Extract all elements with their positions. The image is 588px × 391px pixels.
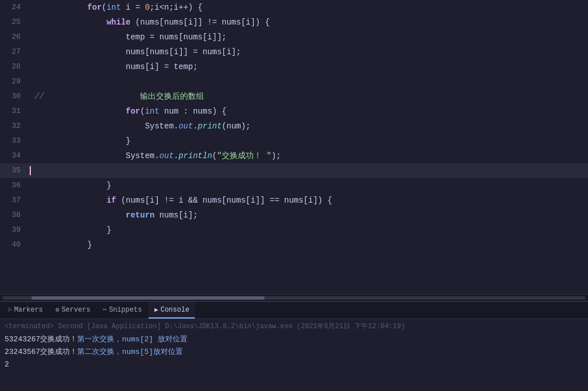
line-content: for(int i = 0;i<n;i++) { [27, 0, 203, 15]
code-token: nums[nums[i]] = nums[i]; [30, 47, 241, 57]
tab-label: Snippets [109, 306, 142, 314]
line-content: nums[nums[i]] = nums[i]; [27, 45, 241, 59]
code-token: out [178, 122, 193, 131]
code-token: nums[i]; [154, 211, 198, 220]
code-token: for [126, 107, 140, 116]
line-number: 25 [0, 15, 27, 30]
line-number: 36 [0, 178, 27, 193]
console-line-0: 53243267交换成功！ 第一次交换，nums[2] 放对位置 [5, 333, 583, 346]
line-number: 29 [0, 74, 27, 89]
code-token: } [30, 181, 111, 190]
code-token: . [193, 122, 198, 131]
console-text: 23243567交换成功！ [5, 346, 77, 358]
code-token: System. [30, 151, 159, 160]
code-token: "交换成功！ " [217, 151, 271, 160]
tab-icon: ✂ [103, 306, 107, 313]
scrollbar-area[interactable] [0, 294, 588, 301]
code-token: temp = nums[nums[i]]; [30, 33, 226, 42]
console-output: <terminated> Second [Java Application] D… [0, 319, 588, 391]
code-line-39: 39 } [0, 223, 588, 237]
editor-area: 24 for(int i = 0;i<n;i++) {25 while (num… [0, 0, 588, 294]
code-line-35: 35 [0, 163, 588, 178]
code-line-25: 25 while (nums[nums[i]] != nums[i]) { [0, 15, 588, 30]
console-text: 2 [5, 358, 9, 371]
line-content: // 输出交换后的数组 [27, 89, 204, 104]
code-line-38: 38 return nums[i]; [0, 208, 588, 223]
console-line-2: 2 [5, 358, 583, 371]
line-number: 38 [0, 208, 27, 223]
code-line-32: 32 System.out.print(num); [0, 119, 588, 134]
console-link[interactable]: 第二次交换，nums[5]放对位置 [77, 346, 183, 358]
code-token: if [106, 196, 116, 205]
code-token: // [30, 92, 44, 101]
code-token: num : nums) { [159, 107, 227, 116]
code-token: (num); [222, 122, 250, 131]
code-token: while [106, 18, 130, 27]
console-text: 53243267交换成功！ [5, 333, 77, 346]
code-token: return [126, 211, 154, 220]
code-container: 24 for(int i = 0;i<n;i++) {25 while (num… [0, 0, 588, 294]
code-token: (nums[i] != i && nums[nums[i]] == nums[i… [116, 196, 332, 205]
code-token: } [30, 225, 111, 235]
code-token: println [178, 151, 212, 160]
line-content: while (nums[nums[i]] != nums[i]) { [27, 15, 270, 30]
code-token: int [145, 107, 159, 116]
code-line-40: 40 } [0, 237, 588, 252]
code-token: print [198, 122, 222, 131]
bottom-panel: ⚐Markers⚙Servers✂Snippets▶Console <termi… [0, 301, 588, 391]
code-line-36: 36 } [0, 178, 588, 193]
console-link[interactable]: 第一次交换，nums[2] 放对位置 [77, 333, 187, 346]
code-token: i = [121, 3, 145, 12]
code-line-31: 31 for(int num : nums) { [0, 104, 588, 119]
line-number: 27 [0, 45, 27, 59]
code-line-30: 30 // 输出交换后的数组 [0, 89, 588, 104]
tab-icon: ⚐ [8, 306, 12, 313]
tab-snippets[interactable]: ✂Snippets [97, 302, 147, 319]
tab-label: Servers [62, 306, 90, 314]
tab-markers[interactable]: ⚐Markers [2, 302, 49, 319]
line-content: if (nums[i] != i && nums[nums[i]] == num… [27, 193, 332, 208]
line-number: 35 [0, 163, 27, 178]
line-content [27, 163, 31, 178]
code-line-28: 28 nums[i] = temp; [0, 59, 588, 74]
code-token [30, 107, 126, 116]
line-number: 30 [0, 89, 27, 104]
line-content: temp = nums[nums[i]]; [27, 30, 226, 45]
panel-tabs: ⚐Markers⚙Servers✂Snippets▶Console [0, 302, 588, 319]
code-line-34: 34 System.out.println("交换成功！ "); [0, 148, 588, 163]
code-token [30, 18, 106, 27]
code-token: nums[i] = temp; [30, 62, 198, 71]
code-token: } [30, 136, 130, 146]
console-line-1: 23243567交换成功！ 第二次交换，nums[5]放对位置 [5, 346, 583, 358]
tab-icon: ⚙ [55, 306, 59, 313]
code-token: int [106, 3, 121, 12]
line-number: 31 [0, 104, 27, 119]
code-token: ( [212, 151, 217, 160]
line-number: 37 [0, 193, 27, 208]
code-token: 0 [145, 3, 150, 12]
line-number: 34 [0, 148, 27, 163]
line-number: 32 [0, 119, 27, 134]
code-token [30, 3, 87, 12]
tab-icon: ▶ [154, 306, 158, 313]
scrollbar-thumb [31, 296, 265, 300]
line-number: 24 [0, 0, 27, 15]
tab-servers[interactable]: ⚙Servers [50, 302, 96, 319]
line-number: 40 [0, 237, 27, 252]
line-content: System.out.print(num); [27, 119, 251, 134]
line-content: nums[i] = temp; [27, 59, 198, 74]
line-content: } [27, 223, 111, 237]
code-line-27: 27 nums[nums[i]] = nums[i]; [0, 45, 588, 59]
line-number: 39 [0, 223, 27, 237]
code-line-29: 29 [0, 74, 588, 89]
tab-console[interactable]: ▶Console [149, 302, 195, 319]
code-token [44, 92, 140, 101]
code-line-24: 24 for(int i = 0;i<n;i++) { [0, 0, 588, 15]
tab-label: Markers [14, 306, 43, 314]
code-line-26: 26 temp = nums[nums[i]]; [0, 30, 588, 45]
code-line-37: 37 if (nums[i] != i && nums[nums[i]] == … [0, 193, 588, 208]
code-token: (nums[nums[i]] != nums[i]) { [130, 18, 270, 27]
line-content: } [27, 237, 92, 252]
horizontal-scrollbar[interactable] [2, 296, 586, 300]
code-token: out [159, 151, 174, 160]
